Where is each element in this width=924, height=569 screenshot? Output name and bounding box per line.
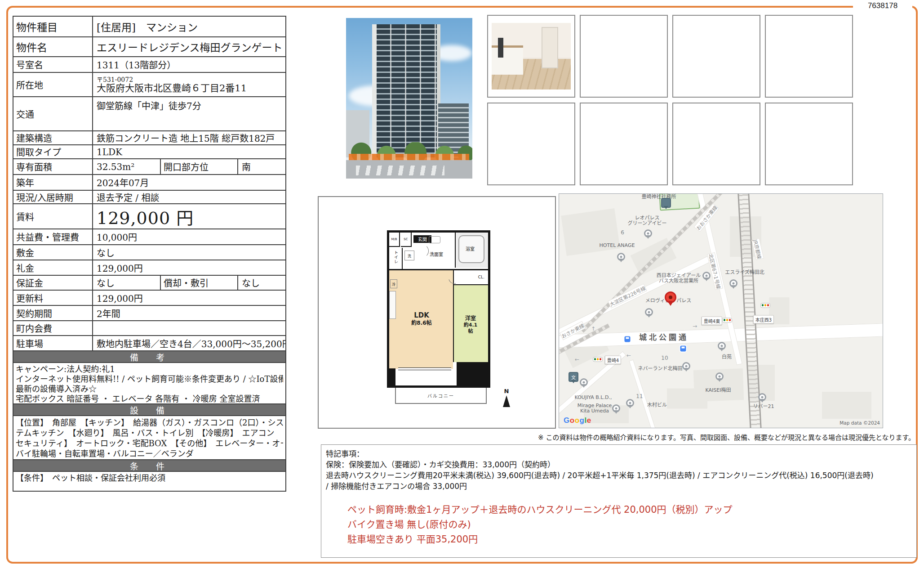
- map-label: 白苑: [722, 353, 732, 360]
- photo-placeholder-box: [672, 15, 760, 98]
- row-room-number: 号室名 1311（13階部分）: [13, 56, 285, 72]
- row-occupancy-status: 現況/入居時期 退去予定 / 相談: [13, 190, 285, 203]
- special-notes-line: / 掃除機能付きエアコンの場合 33,000円: [321, 481, 916, 492]
- field-label-2: 償却・敷引: [160, 276, 238, 290]
- map-pin-gray: [715, 372, 724, 381]
- field-value: なし: [93, 245, 285, 260]
- map-label: レオパレス グリーンアイビー: [628, 215, 667, 226]
- western-name: 洋室: [462, 315, 480, 322]
- map-label: 6: [621, 229, 624, 236]
- photo-placeholder-box: [580, 103, 668, 185]
- field-value: 1LDK: [93, 145, 285, 158]
- row-management-fee: 共益費・管理費 10,000円: [13, 228, 285, 244]
- toilet-label: トイレ: [393, 251, 399, 264]
- map-pin-gray: [580, 378, 588, 386]
- field-label: 駐車場: [13, 336, 93, 350]
- map-label: 豊崎4: [605, 356, 621, 364]
- remarks-line: インターネット使用料無料!! / ペット飼育可能※条件変更あり / ☆IoT設備…: [16, 374, 283, 384]
- meter-box: M/B: [389, 233, 400, 247]
- map-label: ←: [575, 356, 579, 363]
- map-label: JR京都線: [751, 238, 764, 260]
- row-key-money: 礼金 129,000円: [13, 260, 285, 275]
- map-label: KOUJIYA B.L.D.,: [575, 394, 612, 400]
- map-attribution: Map data ©2024: [840, 420, 880, 426]
- field-label: 町内会費: [13, 321, 93, 335]
- field-value: 129,000円: [93, 291, 285, 305]
- kitchen-counter-plan: [389, 291, 396, 319]
- red-note-line: バイク置き場 無し(原付のみ): [347, 517, 733, 532]
- ldk-name: LDK: [411, 311, 431, 320]
- map-pin-school: 文: [569, 372, 578, 382]
- field-label: 賃料: [13, 204, 93, 228]
- field-label: 更新料: [13, 291, 93, 305]
- map-label: Mirage Palace Kita Umeda: [578, 403, 612, 414]
- field-value: 10,000円: [93, 229, 285, 244]
- photo-placeholder-box: [487, 103, 575, 185]
- traffic-light-icon: [760, 303, 770, 308]
- field-label: 専有面積: [13, 159, 93, 174]
- washroom-label: 洗面室: [430, 251, 443, 257]
- wall-mass: [457, 362, 488, 385]
- floor-plan: M/B SC 玄関 洗面室 浴室 トイレ 洗 冷 LDK 約8.6帖 CL: [387, 230, 490, 388]
- remarks-header: 備 考: [13, 350, 285, 362]
- map-label: 11: [636, 393, 643, 399]
- row-property-name: 物件名 エスリードレジデンス梅田グランゲート: [13, 36, 285, 56]
- field-value: 鉄筋コンクリート造 地上15階 総戸数182戸: [93, 131, 285, 144]
- kitchen-dark-panel: [498, 38, 503, 58]
- row-contract-period: 契約期間 2年間: [13, 305, 285, 320]
- property-flyer-page: 7638178 物件種目 [住居用] マンション 物件名 エスリードレジデンス梅…: [0, 0, 924, 569]
- wall-mass: [389, 368, 395, 385]
- field-label: 現況/入居時期: [13, 191, 93, 203]
- field-label: 号室名: [13, 57, 93, 72]
- map-pin-gray: [682, 362, 690, 370]
- field-value: [93, 321, 285, 335]
- row-neighborhood-fee: 町内会費: [13, 320, 285, 335]
- traffic-light-icon: [722, 318, 732, 323]
- map-label: 10: [661, 355, 668, 361]
- field-value-2: 南: [238, 159, 285, 174]
- postal-code: 〒531-0072: [97, 76, 247, 83]
- ldk-size: 約8.6帖: [411, 320, 431, 327]
- special-notes-line: 退去時ハウスクリーニング費用20平米未満(税込) 39,600円(退去時) / …: [321, 470, 916, 481]
- equipment-line: 【位置】 角部屋 【キッチン】 給湯器（ガス）・ガスコンロ（2口）・シス: [16, 417, 283, 428]
- western-room-label: 洋室 約4.1帖: [462, 315, 480, 335]
- red-notes: ペット飼育時:敷金1ヶ月アップ＋退去時のハウスクリーニング代 20,000円（税…: [347, 502, 733, 547]
- field-label: 礼金: [13, 260, 93, 275]
- remarks-text: キャンペーン:法人契約:礼1 インターネット使用料無料!! / ペット飼育可能※…: [13, 362, 285, 403]
- map-label: エスライズ梅田北: [725, 268, 764, 275]
- field-label: 共益費・管理費: [13, 229, 93, 244]
- field-value: 御堂筋線「中津」徒歩7分: [93, 97, 285, 130]
- map-pin-gray: [645, 308, 653, 316]
- equipment-line: セキュリティ】 オートロック・宅配BOX 【その他】 エレベーター・オート: [16, 438, 283, 448]
- ldk-label: LDK 約8.6帖: [411, 311, 431, 327]
- google-logo-letter: e: [587, 416, 591, 425]
- equipment-text: 【位置】 角部屋 【キッチン】 給湯器（ガス）・ガスコンロ（2口）・シス テムキ…: [13, 415, 285, 459]
- field-value: [住居用] マンション: [93, 17, 285, 36]
- map-pin-gray: [644, 229, 652, 237]
- field-label: 築年: [13, 175, 93, 190]
- fridge-space: 冷: [390, 279, 397, 288]
- row-rent: 賃料 129,000 円: [13, 203, 285, 228]
- special-notes-box: 特記事項： 保険：保険要加入（要確認）・カギ交換費用：33,000円（契約時） …: [321, 444, 917, 558]
- map-pin-gray: [718, 342, 726, 350]
- red-note-line: ペット飼育時:敷金1ヶ月アップ＋退去時のハウスクリーニング代 20,000円（税…: [347, 502, 733, 517]
- map-label: ←: [626, 352, 631, 358]
- google-logo-letter: o: [570, 416, 575, 425]
- map-pin-gray: [758, 393, 766, 401]
- photo-kitchen-box: [487, 15, 575, 98]
- equipment-header: 設 備: [13, 403, 285, 415]
- sink-fixture: [429, 236, 440, 243]
- field-value: 2024年07月: [93, 175, 285, 190]
- construction-barrier: [349, 154, 469, 160]
- map-canvas: Google Map data ©2024 豊崎神社社務所レオパレス グリーンア…: [559, 193, 883, 428]
- remarks-line: 最新の設備導入済み☆: [16, 384, 283, 394]
- map-label: ネバーランド北梅田: [638, 364, 683, 372]
- map-label: 城北公園通: [639, 331, 689, 342]
- remarks-line: キャンペーン:法人契約:礼1: [16, 364, 283, 374]
- row-guarantee-deposit: 保証金 なし 償却・敷引 なし: [13, 275, 285, 290]
- property-detail-table: 物件種目 [住居用] マンション 物件名 エスリードレジデンス梅田グランゲート …: [13, 16, 286, 492]
- street-crosswalk: [346, 160, 472, 179]
- field-value: 1311（13階部分）: [93, 57, 285, 72]
- equipment-line: テムキッチン 【水廻り】 風呂・バス・トイレ別 【冷暖房】 エアコン 【: [16, 428, 283, 438]
- row-deposit: 敷金 なし: [13, 244, 285, 260]
